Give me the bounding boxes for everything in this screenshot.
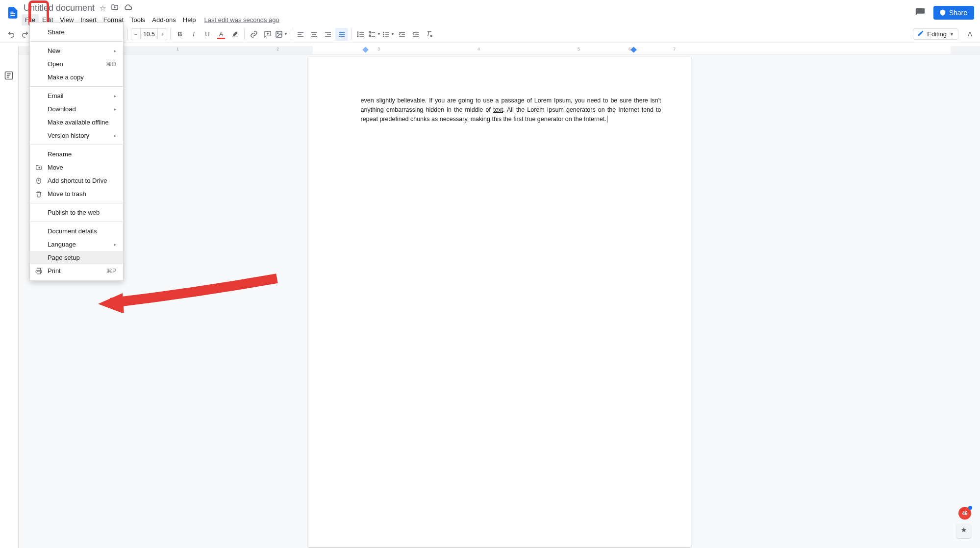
menu-separator <box>30 86 123 87</box>
menu-help[interactable]: Help <box>179 14 200 25</box>
toolbar: Normal text▼ Arial▼ − 10.5 + B I U A ▼ <box>0 25 980 43</box>
undo-button[interactable] <box>5 28 18 41</box>
menu-item-make-available-offline[interactable]: Make available offline <box>30 116 123 129</box>
docs-logo[interactable] <box>4 4 22 22</box>
move-folder-icon[interactable] <box>111 3 119 13</box>
svg-rect-7 <box>385 32 389 32</box>
text-format-group: B I U A <box>174 28 241 41</box>
comments-button[interactable] <box>914 6 927 19</box>
collapse-toolbar-button[interactable]: ᐱ <box>963 30 976 38</box>
last-edit-link[interactable]: Last edit was seconds ago <box>204 16 279 24</box>
insert-link-button[interactable] <box>248 28 260 41</box>
list-group: ▼ ▼ <box>354 28 436 41</box>
bulleted-list-button[interactable]: ▼ <box>382 28 395 41</box>
align-left-button[interactable] <box>294 28 307 41</box>
separator <box>127 29 128 40</box>
menu-separator <box>30 145 123 145</box>
explore-button[interactable] <box>956 523 971 538</box>
svg-point-4 <box>383 31 384 33</box>
font-size-value[interactable]: 10.5 <box>141 28 157 40</box>
title-row: Untitled document ☆ <box>24 3 914 13</box>
star-icon[interactable]: ☆ <box>100 4 106 13</box>
move-icon <box>35 164 43 172</box>
font-size-decrease[interactable]: − <box>131 28 141 40</box>
insert-image-button[interactable]: ▼ <box>275 28 288 41</box>
menu-item-version-history[interactable]: Version history▸ <box>30 129 123 142</box>
dropdown-arrow-icon: ▼ <box>391 32 395 36</box>
svg-rect-2 <box>369 31 371 33</box>
underline-button[interactable]: U <box>201 28 214 41</box>
align-center-button[interactable] <box>308 28 321 41</box>
show-outline-button[interactable] <box>4 71 15 81</box>
menu-item-label: Email <box>48 92 64 100</box>
menu-item-print[interactable]: Print⌘P <box>30 264 123 277</box>
line-spacing-button[interactable] <box>354 28 367 41</box>
menu-shortcut: ⌘P <box>106 268 116 274</box>
menu-item-share[interactable]: Share <box>30 25 123 39</box>
ruler-num: 7 <box>673 47 676 51</box>
menu-item-download[interactable]: Download▸ <box>30 102 123 116</box>
checklist-button[interactable]: ▼ <box>368 28 381 41</box>
menu-item-page-setup[interactable]: Page setup <box>30 251 123 264</box>
menu-item-publish-to-the-web[interactable]: Publish to the web <box>30 206 123 219</box>
font-size-increase[interactable]: + <box>157 28 167 40</box>
add-comment-button[interactable] <box>261 28 274 41</box>
work-area: 1 2 3 4 5 6 7 even slightly believable. … <box>0 46 980 548</box>
svg-point-5 <box>383 33 384 35</box>
document-title[interactable]: Untitled document <box>24 3 95 13</box>
notification-badge[interactable]: 46 <box>958 507 971 520</box>
pencil-icon <box>917 30 924 38</box>
editing-mode-select[interactable]: Editing ▼ <box>913 28 958 40</box>
menu-item-label: Share <box>48 28 65 36</box>
menu-item-rename[interactable]: Rename <box>30 148 123 161</box>
ruler-grey-right <box>951 46 980 54</box>
menu-item-new[interactable]: New▸ <box>30 44 123 57</box>
ruler-num: 3 <box>377 47 380 51</box>
trash-icon <box>35 190 43 198</box>
align-right-button[interactable] <box>322 28 334 41</box>
ruler-num: 5 <box>578 47 580 51</box>
document-page[interactable]: even slightly believable. If you are goi… <box>308 57 691 547</box>
dropdown-arrow-icon: ▼ <box>950 32 954 37</box>
title-area: Untitled document ☆ File Edit View Inser… <box>24 3 914 25</box>
document-scroll[interactable]: 1 2 3 4 5 6 7 even slightly believable. … <box>19 46 980 548</box>
svg-rect-8 <box>385 34 389 34</box>
document-text[interactable]: even slightly believable. If you are goi… <box>308 57 691 124</box>
ruler-num: 2 <box>276 47 279 51</box>
bold-button[interactable]: B <box>174 28 186 41</box>
font-size-control: − 10.5 + <box>131 28 167 40</box>
menu-bar: File Edit View Insert Format Tools Add-o… <box>22 14 914 25</box>
menu-item-label: Download <box>48 105 76 113</box>
cloud-status-icon[interactable] <box>124 3 132 13</box>
menu-item-open[interactable]: Open⌘O <box>30 57 123 71</box>
highlight-button[interactable] <box>228 28 241 41</box>
ruler-num: 4 <box>477 47 480 51</box>
menu-shortcut: ⌘O <box>106 61 116 68</box>
menu-separator <box>30 203 123 203</box>
increase-indent-button[interactable] <box>409 28 422 41</box>
menu-item-move-to-trash[interactable]: Move to trash <box>30 187 123 200</box>
submenu-arrow-icon: ▸ <box>114 133 116 138</box>
submenu-arrow-icon: ▸ <box>114 93 116 99</box>
menu-item-email[interactable]: Email▸ <box>30 89 123 102</box>
dropdown-arrow-icon: ▼ <box>377 32 381 36</box>
svg-rect-9 <box>385 36 389 36</box>
align-justify-button[interactable] <box>335 28 348 41</box>
decrease-indent-button[interactable] <box>396 28 408 41</box>
menu-tools[interactable]: Tools <box>127 14 149 25</box>
horizontal-ruler: 1 2 3 4 5 6 7 <box>19 46 980 54</box>
menu-item-document-details[interactable]: Document details <box>30 224 123 238</box>
menu-item-make-a-copy[interactable]: Make a copy <box>30 71 123 84</box>
menu-addons[interactable]: Add-ons <box>149 14 179 25</box>
menu-item-move[interactable]: Move <box>30 161 123 174</box>
dropdown-arrow-icon: ▼ <box>284 32 288 36</box>
menu-item-language[interactable]: Language▸ <box>30 238 123 251</box>
menu-item-add-shortcut-to-drive[interactable]: Add shortcut to Drive <box>30 174 123 187</box>
italic-button[interactable]: I <box>187 28 200 41</box>
separator <box>244 29 245 40</box>
svg-rect-3 <box>369 35 371 37</box>
clear-formatting-button[interactable] <box>423 28 436 41</box>
share-button[interactable]: Share <box>933 6 974 20</box>
text-color-button[interactable]: A <box>215 28 227 41</box>
separator <box>170 29 171 40</box>
